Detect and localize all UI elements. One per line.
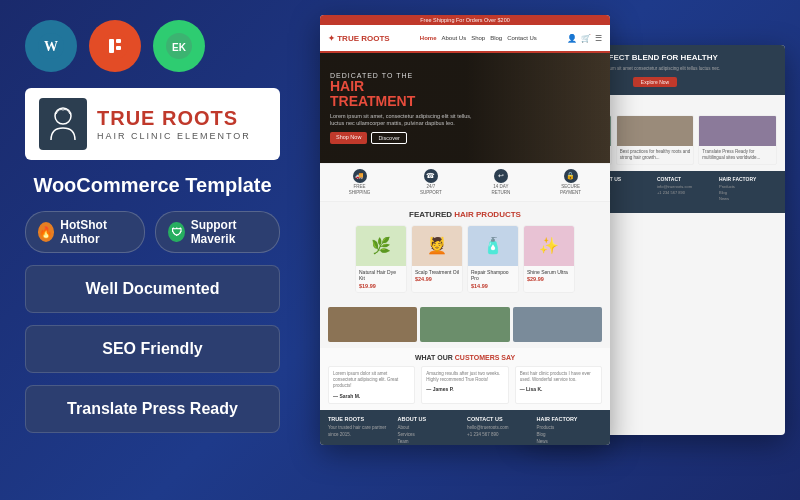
right-panel: PERFECT BLEND FOR HEALTHY Lorem ipsum si… xyxy=(305,0,800,500)
menu-icon[interactable]: ☰ xyxy=(595,34,602,43)
ws-shop-now-btn[interactable]: Shop Now xyxy=(330,132,367,144)
feature-translate-press: Translate Press Ready xyxy=(25,385,280,433)
ws-gallery-grid xyxy=(328,307,602,342)
feature-well-documented: Well Documented xyxy=(25,265,280,313)
ws-test-item-0: Lorem ipsum dolor sit amet consectetur a… xyxy=(328,366,415,404)
sp-blog-img-3 xyxy=(699,116,776,146)
ws-gallery-item-0 xyxy=(328,307,417,342)
ws-services-strip: 🚚 FREESHIPPING ☎ 24/7SUPPORT ↩ 14 DAYRET… xyxy=(320,163,610,202)
ws-service-2: ↩ 14 DAYRETURN xyxy=(492,169,511,196)
page-container: W EK xyxy=(0,0,800,500)
ws-footer-col-2: CONTACT US hello@trueroots.com+1 234 567… xyxy=(467,416,533,445)
ws-hero-content: DEDICATED TO THE HAIR TREATMENT Lorem ip… xyxy=(330,72,480,144)
svg-rect-3 xyxy=(109,39,114,53)
ws-product-0: 🌿 Natural Hair Dye Kit $19.99 xyxy=(355,225,407,293)
template-type-label: WooCommerce Template xyxy=(25,174,280,197)
sp-footer-col-title-3: HAIR FACTORY xyxy=(719,176,777,182)
ws-footer-link-3: ProductsBlogNews xyxy=(537,424,603,445)
sp-blog-item-2: Best practices for healthy roots and str… xyxy=(616,115,695,166)
ws-footer-col-title-1: ABOUT US xyxy=(398,416,464,422)
sp-footer-col-2: CONTACT info@trueroots.com+1 234 567 890 xyxy=(657,176,715,208)
ws-product-name-2: Repair Shampoo Pro xyxy=(471,269,515,282)
ws-product-name-0: Natural Hair Dye Kit xyxy=(359,269,403,282)
badge-row: 🔥 HotShot Author 🛡 Support Maverik xyxy=(25,211,280,253)
ws-products-list: 🌿 Natural Hair Dye Kit $19.99 💆 Scalp Tr… xyxy=(328,225,602,293)
ws-service-text-1: 24/7SUPPORT xyxy=(420,184,442,196)
brand-text-group: TRUE ROOTS HAIR CLINIC ELEMENTOR xyxy=(97,107,251,141)
shield-icon: 🛡 xyxy=(168,222,184,242)
ws-hero-btns: Shop Now Discover xyxy=(330,132,480,144)
svg-text:W: W xyxy=(44,39,58,54)
ws-product-img-1: 💆 xyxy=(412,226,462,266)
platform-icons: W EK xyxy=(25,20,280,72)
preview-container: PERFECT BLEND FOR HEALTHY Lorem ipsum si… xyxy=(310,15,785,485)
ws-testimonials: WHAT OUR CUSTOMERS SAY Lorem ipsum dolor… xyxy=(320,348,610,410)
ws-featured-section: FEATURED HAIR PRODUCTS 🌿 Natural Hair Dy… xyxy=(320,202,610,301)
sp-explore-btn[interactable]: Explore Now xyxy=(633,77,677,87)
ws-nav-home[interactable]: Home xyxy=(420,35,437,41)
ws-discover-btn[interactable]: Discover xyxy=(371,132,406,144)
ws-test-item-1: Amazing results after just two weeks. Hi… xyxy=(421,366,508,404)
ws-product-info-0: Natural Hair Dye Kit $19.99 xyxy=(356,266,406,292)
sp-blog-img-2 xyxy=(617,116,694,146)
ws-product-info-3: Shine Serum Ultra $29.99 xyxy=(524,266,574,286)
sp-footer-col-title-2: CONTACT xyxy=(657,176,715,182)
brand-name: TRUE ROOTS xyxy=(97,107,251,129)
svg-rect-5 xyxy=(116,46,121,50)
ws-service-icon-0: 🚚 xyxy=(353,169,367,183)
feature-seo-friendly: SEO Friendly xyxy=(25,325,280,373)
svg-text:EK: EK xyxy=(172,42,187,53)
elementor-icon xyxy=(89,20,141,72)
ws-test-text-1: Amazing results after just two weeks. Hi… xyxy=(426,371,503,384)
ws-gallery-item-2 xyxy=(513,307,602,342)
ws-service-icon-3: 🔒 xyxy=(564,169,578,183)
ws-nav-contact[interactable]: Contact Us xyxy=(507,35,537,41)
ws-nav-blog[interactable]: Blog xyxy=(490,35,502,41)
ws-service-1: ☎ 24/7SUPPORT xyxy=(420,169,442,196)
ws-product-img-3: ✨ xyxy=(524,226,574,266)
ws-footer-col-3: HAIR FACTORY ProductsBlogNews xyxy=(537,416,603,445)
ws-footer-col-0: TRUE ROOTS Your trusted hair care partne… xyxy=(328,416,394,445)
brand-subtitle: HAIR CLINIC ELEMENTOR xyxy=(97,131,251,141)
ws-footer: TRUE ROOTS Your trusted hair care partne… xyxy=(320,410,610,445)
ws-service-icon-1: ☎ xyxy=(424,169,438,183)
ws-product-info-2: Repair Shampoo Pro $14.99 xyxy=(468,266,518,292)
ek-icon: EK xyxy=(153,20,205,72)
ws-gallery-item-1 xyxy=(420,307,509,342)
ws-logo: ✦ TRUE ROOTS xyxy=(328,34,390,43)
sp-footer-text-3: ProductsBlogNews xyxy=(719,184,777,202)
left-panel: W EK xyxy=(0,0,305,500)
ws-footer-col-1: ABOUT US AboutServicesTeam xyxy=(398,416,464,445)
ws-footer-grid: TRUE ROOTS Your trusted hair care partne… xyxy=(328,416,602,445)
svg-point-2 xyxy=(102,33,128,59)
user-icon[interactable]: 👤 xyxy=(567,34,577,43)
ws-test-author-0: — Sarah M. xyxy=(333,393,410,399)
ws-nav-shop[interactable]: Shop xyxy=(471,35,485,41)
ws-header-icons: 👤 🛒 ☰ xyxy=(567,34,602,43)
ws-product-price-0: $19.99 xyxy=(359,283,403,289)
cart-icon[interactable]: 🛒 xyxy=(581,34,591,43)
ws-gallery xyxy=(320,301,610,348)
ws-test-text-0: Lorem ipsum dolor sit amet consectetur a… xyxy=(333,371,410,390)
brand-logo: TRUE ROOTS HAIR CLINIC ELEMENTOR xyxy=(25,88,280,160)
ws-product-img-0: 🌿 xyxy=(356,226,406,266)
ws-product-img-2: 🧴 xyxy=(468,226,518,266)
ws-service-icon-2: ↩ xyxy=(494,169,508,183)
ws-service-0: 🚚 FREESHIPPING xyxy=(349,169,371,196)
ws-product-2: 🧴 Repair Shampoo Pro $14.99 xyxy=(467,225,519,293)
ws-product-info-1: Scalp Treatment Oil $24.99 xyxy=(412,266,462,286)
ws-product-name-1: Scalp Treatment Oil xyxy=(415,269,459,276)
hotshot-label: HotShot Author xyxy=(60,218,132,246)
brand-avatar-icon xyxy=(39,98,87,150)
ws-nav-about[interactable]: About Us xyxy=(441,35,466,41)
ws-hero-title-line2: TREATMENT xyxy=(330,93,415,109)
ws-hero: DEDICATED TO THE HAIR TREATMENT Lorem ip… xyxy=(320,53,610,163)
ws-test-item-2: Best hair clinic products I have ever us… xyxy=(515,366,602,404)
ws-product-price-3: $29.99 xyxy=(527,276,571,282)
ws-service-text-0: FREESHIPPING xyxy=(349,184,371,196)
ws-product-price-2: $14.99 xyxy=(471,283,515,289)
sp-blog-text-3: Translate Press Ready for multilingual s… xyxy=(699,146,776,165)
ws-test-row: Lorem ipsum dolor sit amet consectetur a… xyxy=(328,366,602,404)
ws-product-name-3: Shine Serum Ultra xyxy=(527,269,571,276)
sp-blog-text-2: Best practices for healthy roots and str… xyxy=(617,146,694,165)
